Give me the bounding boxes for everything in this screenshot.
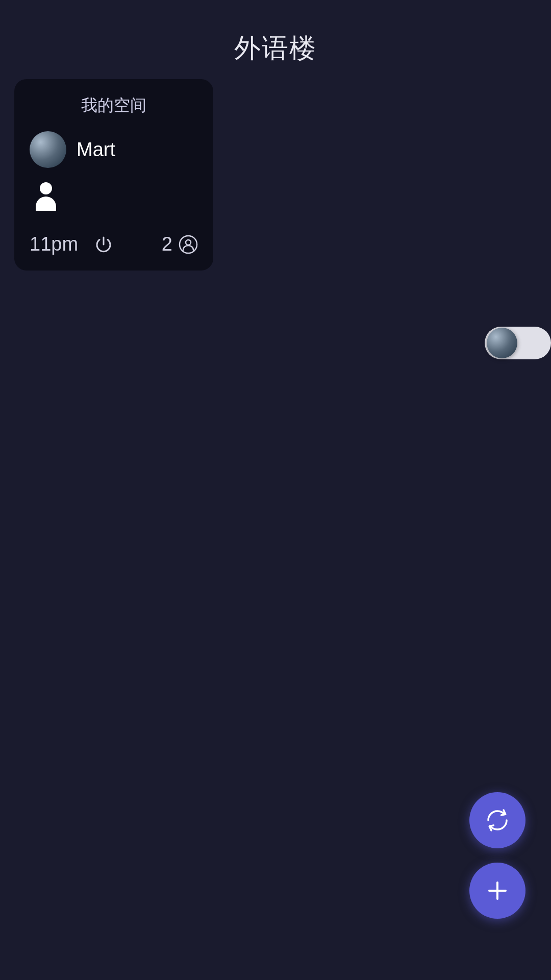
refresh-icon <box>484 807 511 834</box>
person-count: 2 <box>162 233 172 255</box>
toggle-container[interactable] <box>485 327 551 359</box>
refresh-button[interactable] <box>469 792 525 848</box>
user-row: Mart <box>30 131 198 168</box>
power-icon[interactable] <box>94 235 113 254</box>
person-circle-icon <box>179 235 198 254</box>
count-group: 2 <box>162 233 198 255</box>
fab-container <box>469 792 525 919</box>
user-name: Mart <box>77 139 115 161</box>
card-footer: 11pm 2 <box>30 233 198 255</box>
page-title: 外语楼 <box>0 0 551 66</box>
person-icon-row <box>30 182 198 215</box>
svg-point-1 <box>186 240 191 245</box>
add-button[interactable] <box>469 863 525 919</box>
add-icon <box>484 877 511 904</box>
avatar <box>30 131 66 168</box>
toggle-thumb <box>487 328 517 358</box>
person-icon <box>32 182 60 215</box>
time-label: 11pm <box>30 233 78 255</box>
card-title: 我的空间 <box>30 94 198 117</box>
space-card[interactable]: 我的空间 Mart 11pm 2 <box>14 79 213 271</box>
toggle-track[interactable] <box>485 327 551 359</box>
